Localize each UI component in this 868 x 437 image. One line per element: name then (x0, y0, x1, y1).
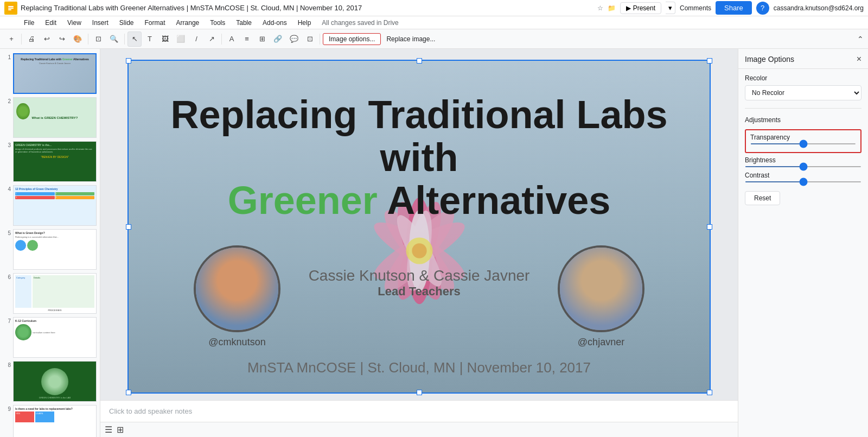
slide-thumb-3[interactable]: 3 GREEN CHEMISTRY is the... design of ch… (3, 141, 97, 182)
image-options-button[interactable]: Image options... (323, 33, 381, 45)
toolbar-add[interactable]: + (4, 31, 18, 47)
slide-number-8: 8 (3, 362, 11, 368)
handle-left: @cmknutson (208, 337, 265, 348)
toolbar-undo[interactable]: ↩ (40, 31, 54, 47)
slide-number-4: 4 (3, 186, 11, 192)
handle-ml[interactable] (126, 224, 131, 230)
adjustments-section: Adjustments Transparency Brightness Cont… (738, 111, 868, 211)
close-panel-button[interactable]: × (857, 54, 861, 64)
svg-point-15 (412, 243, 426, 258)
replace-image-button[interactable]: Replace image... (382, 34, 439, 45)
toolbar-separator-5 (320, 34, 320, 45)
notes-area[interactable]: Click to add speaker notes (100, 400, 738, 422)
handle-br[interactable] (707, 390, 712, 395)
toolbar-separator-2 (88, 34, 88, 45)
save-status: All changes saved in Drive (322, 19, 398, 27)
toolbar-separator (21, 34, 22, 45)
toolbar-select[interactable]: ↖ (127, 31, 142, 47)
slide-thumb-9[interactable]: 9 Is there a need for labs to replacemen… (3, 405, 97, 437)
slide-thumb-2[interactable]: 2 What is GREEN CHEMISTRY? (3, 97, 97, 138)
share-button[interactable]: Share (716, 1, 752, 15)
menu-view[interactable]: View (63, 18, 86, 28)
recolor-label: Recolor (745, 74, 861, 82)
toolbar-link[interactable]: 🔗 (270, 31, 285, 47)
slide-thumb-1[interactable]: 1 Replacing Traditional Labs with Greene… (3, 53, 97, 94)
slide-canvas[interactable]: Replacing Traditional Labs with Greener … (127, 60, 711, 394)
slide-image-9[interactable]: Is there a need for labs to replacement … (13, 405, 97, 437)
toolbar-image[interactable]: 🖼 (158, 31, 172, 47)
toolbar-redo[interactable]: ↪ (55, 31, 69, 47)
toolbar-print[interactable]: 🖨 (24, 31, 39, 47)
grid-view-button[interactable]: ☰ (105, 425, 112, 435)
slide-image-4[interactable]: 12 Principles of Green Chemistry 1 2 3 4 (13, 185, 97, 226)
slide-image-7[interactable]: K-12 Curriculum curriculum content here (13, 317, 97, 358)
toolbar-line[interactable]: / (189, 31, 203, 47)
handle-tl[interactable] (126, 58, 131, 64)
slide-image-1[interactable]: Replacing Traditional Labs with Greener … (13, 53, 97, 94)
brightness-slider[interactable] (745, 166, 861, 167)
folder-icon[interactable]: 📁 (608, 4, 616, 12)
user-email: cassandra.knutson@sd624.org (774, 4, 864, 12)
menu-add-ons[interactable]: Add-ons (258, 18, 291, 28)
recolor-select[interactable]: No Recolor (745, 85, 861, 100)
slide-thumb-7[interactable]: 7 K-12 Curriculum curriculum content her… (3, 317, 97, 358)
comments-button[interactable]: Comments (680, 4, 711, 12)
toolbar-border-dash[interactable]: ⊞ (255, 31, 269, 47)
present-dropdown[interactable]: ▾ (666, 2, 675, 14)
toolbar-border[interactable]: ≡ (240, 31, 254, 47)
slide-image-8[interactable]: GREEN CHEMISTRY in the LAB (13, 361, 97, 402)
slide-number-5: 5 (3, 230, 11, 236)
slide-image-5[interactable]: What is Green Design? Redesigning is a s… (13, 229, 97, 270)
toolbar-comment[interactable]: 💬 (286, 31, 302, 47)
toolbar-arrow[interactable]: ↗ (205, 31, 219, 47)
handle-tr[interactable] (707, 58, 712, 64)
reset-button[interactable]: Reset (745, 191, 780, 205)
menu-slide[interactable]: Slide (115, 18, 138, 28)
toolbar-collapse[interactable]: ⌃ (857, 35, 864, 43)
slide-title: Replacing Traditional Labs with Greener … (129, 93, 710, 223)
slide-thumb-8[interactable]: 8 GREEN CHEMISTRY in the LAB (3, 361, 97, 402)
menu-table[interactable]: Table (232, 18, 256, 28)
menu-insert[interactable]: Insert (88, 18, 113, 28)
slide-thumb-5[interactable]: 5 What is Green Design? Redesigning is a… (3, 229, 97, 270)
toolbar-text[interactable]: T (143, 31, 157, 47)
slide-thumb-6[interactable]: 6 Category Details PROCESSES (3, 273, 97, 314)
menu-help[interactable]: Help (293, 18, 316, 28)
menu-format[interactable]: Format (141, 18, 170, 28)
notes-placeholder: Click to add speaker notes (109, 407, 192, 415)
svg-rect-1 (8, 6, 14, 7)
app-logo (4, 2, 17, 15)
toolbar-crop[interactable]: ⊡ (303, 31, 317, 47)
slide-thumb-4[interactable]: 4 12 Principles of Green Chemistry 1 2 3… (3, 185, 97, 226)
toolbar-separator-3 (124, 34, 125, 45)
help-button[interactable]: ? (756, 2, 769, 15)
title-black-word: Alternatives (387, 179, 610, 222)
slide-image-3[interactable]: GREEN CHEMISTRY is the... design of chem… (13, 141, 97, 182)
present-button[interactable]: ▶ Present (620, 2, 661, 14)
star-icon[interactable]: ☆ (597, 4, 603, 12)
handle-mr[interactable] (707, 224, 712, 230)
handle-tc[interactable] (417, 58, 422, 64)
toolbar-shapes[interactable]: ⬜ (173, 31, 188, 47)
menu-file[interactable]: File (20, 18, 39, 28)
slide-number-1: 1 (3, 54, 11, 60)
slide-image-6[interactable]: Category Details PROCESSES (13, 273, 97, 314)
menu-arrange[interactable]: Arrange (172, 18, 204, 28)
slide-number-7: 7 (3, 318, 11, 324)
transparency-slider[interactable] (750, 143, 856, 144)
toolbar-fill-color[interactable]: A (225, 31, 239, 47)
filmstrip-button[interactable]: ⊞ (117, 425, 124, 435)
slide-image-2[interactable]: What is GREEN CHEMISTRY? (13, 97, 97, 138)
toolbar-zoom[interactable]: 🔍 (106, 31, 122, 47)
menu-edit[interactable]: Edit (41, 18, 61, 28)
handle-bc[interactable] (417, 390, 422, 395)
present-icon: ▶ (626, 4, 631, 12)
slide-number-2: 2 (3, 98, 11, 104)
contrast-slider[interactable] (745, 181, 861, 182)
menu-tools[interactable]: Tools (206, 18, 229, 28)
handle-bl[interactable] (126, 390, 131, 395)
svg-rect-2 (8, 8, 14, 9)
toolbar-zoom-fit[interactable]: ⊡ (91, 31, 105, 47)
toolbar-paint[interactable]: 🎨 (70, 31, 85, 47)
slide-number-9: 9 (3, 406, 11, 412)
